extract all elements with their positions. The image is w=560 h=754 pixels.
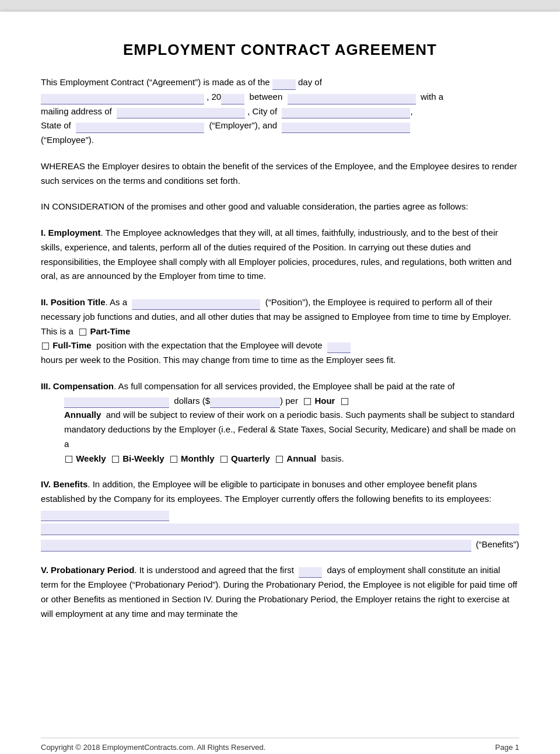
sec3-dollars-text: dollars ($ xyxy=(174,396,210,406)
annual-checkbox[interactable] xyxy=(276,456,283,463)
intro-employee-end-text: (“Employee”). xyxy=(41,135,94,145)
party1-field[interactable] xyxy=(288,94,416,104)
sec3-heading: III. Compensation xyxy=(41,381,114,391)
whereas-paragraph: WHEREAS the Employer desires to obtain t… xyxy=(41,159,519,188)
weekly-checkbox[interactable] xyxy=(65,456,72,463)
sec3-weekly-label: Weekly xyxy=(76,453,106,463)
sec4-body1-text: . In addition, the Employee will be elig… xyxy=(41,479,491,504)
sec3-per-text: ) per xyxy=(280,396,298,406)
sec2-fulltime-label: Full-Time xyxy=(52,340,91,350)
dollars-field[interactable] xyxy=(210,397,280,408)
footer-page: Page 1 xyxy=(495,743,519,752)
hour-checkbox[interactable] xyxy=(304,398,311,405)
biweekly-checkbox[interactable] xyxy=(112,456,119,463)
city-field[interactable] xyxy=(282,108,410,118)
intro-paragraph: This Employment Contract (“Agreement”) i… xyxy=(41,75,519,148)
whereas-text: WHEREAS the Employer desires to obtain t… xyxy=(41,161,517,186)
intro-20-text: , 20 xyxy=(206,92,221,102)
sec3-monthly-label: Monthly xyxy=(181,453,215,463)
section5-paragraph: V. Probationary Period. It is understood… xyxy=(41,563,519,621)
sec3-indent: dollars ($) per Hour Annually and will b… xyxy=(64,394,519,466)
intro-text-1: This Employment Contract (“Agreement”) i… xyxy=(41,77,270,87)
intro-between-text: between xyxy=(250,92,283,102)
sec2-heading: II. Position Title xyxy=(41,297,106,307)
sec2-body1-text: . As a xyxy=(106,297,128,307)
consideration-paragraph: IN CONSIDERATION of the promises and oth… xyxy=(41,200,519,214)
benefits-field-1[interactable] xyxy=(41,511,169,521)
sec3-basis-text: basis. xyxy=(321,453,344,463)
sec2-body4-text: hours per week to the Position. This may… xyxy=(41,355,396,365)
intro-cityof-text: , City of xyxy=(247,106,277,116)
rate-field[interactable] xyxy=(64,397,169,408)
intro-day-text: day of xyxy=(298,77,322,87)
intro-mailing-text: mailing address of xyxy=(41,106,112,116)
year-field[interactable] xyxy=(221,94,244,104)
sec5-heading: V. Probationary Period xyxy=(41,565,134,575)
footer-copyright: Copyright © 2018 EmploymentContracts.com… xyxy=(41,743,265,752)
hours-field[interactable] xyxy=(327,343,351,353)
sec3-body1-text: . As full compensation for all services … xyxy=(114,381,455,391)
benefits-field-2[interactable] xyxy=(41,523,519,535)
sec1-body-text: . The Employee acknowledges that they wi… xyxy=(41,228,512,281)
fulltime-checkbox[interactable] xyxy=(42,343,49,350)
document-title: EMPLOYMENT CONTRACT AGREEMENT xyxy=(41,41,519,59)
intro-witha-text: with a xyxy=(421,92,443,102)
sec3-body2-text: and will be subject to review of their w… xyxy=(64,410,516,449)
section3-paragraph: III. Compensation. As full compensation … xyxy=(41,379,519,466)
sec1-heading: I. Employment xyxy=(41,228,101,238)
document-page: EMPLOYMENT CONTRACT AGREEMENT This Emplo… xyxy=(0,12,560,754)
date-field[interactable] xyxy=(41,94,204,104)
sec3-quarterly-label: Quarterly xyxy=(231,453,270,463)
sec3-annually-label: Annually xyxy=(64,410,101,420)
sec4-benefits-label: (“Benefits”) xyxy=(476,537,519,552)
monthly-checkbox[interactable] xyxy=(170,456,177,463)
sec3-hour-label: Hour xyxy=(314,396,335,406)
probation-days-field[interactable] xyxy=(299,567,322,578)
consideration-text: IN CONSIDERATION of the promises and oth… xyxy=(41,201,468,211)
employee-name-field[interactable] xyxy=(282,123,410,133)
page-footer: Copyright © 2018 EmploymentContracts.com… xyxy=(41,738,519,752)
benefits-field-3[interactable] xyxy=(41,540,471,551)
section1-paragraph: I. Employment. The Employee acknowledges… xyxy=(41,226,519,284)
mailing-address-field[interactable] xyxy=(117,108,245,118)
sec5-body-text: . It is understood and agreed that the f… xyxy=(134,565,294,575)
day-field[interactable] xyxy=(272,79,296,90)
parttime-checkbox[interactable] xyxy=(79,329,86,336)
benefits-fields-block: (“Benefits”) xyxy=(41,523,519,552)
quarterly-checkbox[interactable] xyxy=(220,456,228,463)
intro-stateof-text: State of xyxy=(41,120,71,130)
intro-employer-end-text: (“Employer”), and xyxy=(209,120,277,130)
position-title-field[interactable] xyxy=(132,299,260,310)
section4-paragraph: IV. Benefits. In addition, the Employee … xyxy=(41,477,519,551)
sec2-body3-text: position with the expectation that the E… xyxy=(96,340,323,350)
annually-checkbox[interactable] xyxy=(341,398,348,405)
sec3-annual-label: Annual xyxy=(286,453,316,463)
sec3-biweekly-label: Bi-Weekly xyxy=(123,453,164,463)
section2-paragraph: II. Position Title. As a (“Position”), t… xyxy=(41,295,519,368)
state-field[interactable] xyxy=(76,123,204,133)
sec4-heading: IV. Benefits xyxy=(41,479,88,489)
sec2-parttime-label: Part-Time xyxy=(90,326,130,336)
